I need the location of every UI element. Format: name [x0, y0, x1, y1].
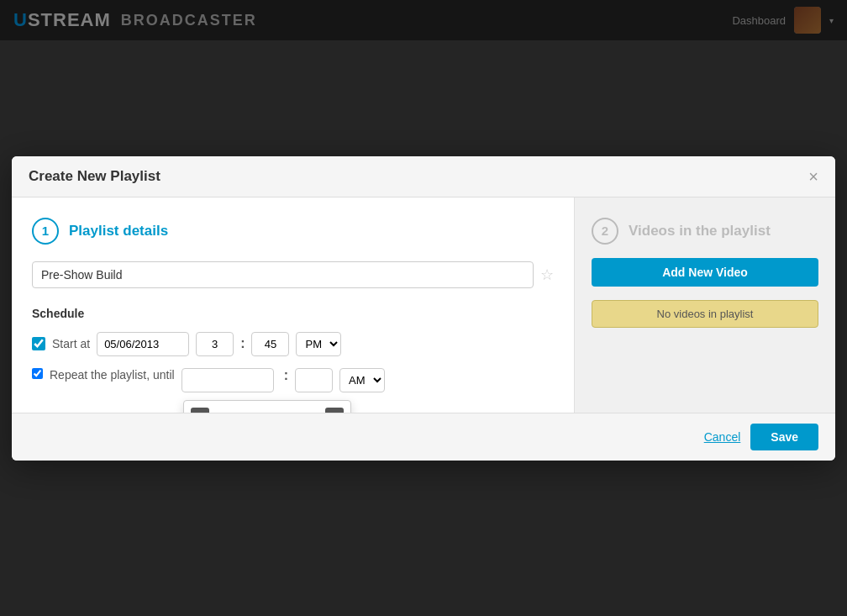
- step2-title: Videos in the playlist: [629, 223, 771, 240]
- step1-circle: 1: [32, 218, 59, 245]
- calendar-popup: ◄ May 2013 ► Su Mo Tu We: [183, 400, 351, 413]
- calendar-next-button[interactable]: ►: [325, 408, 344, 413]
- schedule-label: Schedule: [32, 307, 554, 320]
- cancel-button[interactable]: Cancel: [704, 430, 741, 444]
- playlist-name-input[interactable]: [32, 261, 534, 288]
- repeat-checkbox[interactable]: [32, 368, 43, 379]
- star-icon[interactable]: ☆: [540, 266, 554, 284]
- repeat-minute-input[interactable]: [295, 368, 333, 392]
- modal-footer: Cancel Save: [12, 413, 835, 461]
- step2-circle: 2: [592, 218, 618, 245]
- step1-header: 1 Playlist details: [32, 218, 554, 245]
- time-separator-1: :: [240, 336, 245, 351]
- repeat-label: Repeat the playlist, until: [50, 368, 175, 382]
- start-hour-input[interactable]: [196, 332, 234, 356]
- start-at-row: Start at : AM PM: [32, 332, 554, 356]
- start-at-label: Start at: [52, 337, 90, 350]
- repeat-row: Repeat the playlist, until : AM PM ◄ May…: [32, 368, 554, 392]
- modal-overlay: Create New Playlist × 1 Playlist details…: [0, 0, 847, 616]
- repeat-checkbox-wrap: [32, 368, 43, 379]
- modal-title: Create New Playlist: [29, 168, 160, 185]
- modal-close-button[interactable]: ×: [808, 168, 818, 185]
- start-date-input[interactable]: [97, 332, 189, 356]
- step2-header: 2 Videos in the playlist: [592, 218, 818, 245]
- start-checkbox-wrap: [32, 337, 45, 350]
- left-panel: 1 Playlist details ☆ Schedule Start at: [12, 197, 575, 413]
- save-button[interactable]: Save: [750, 424, 818, 450]
- start-at-checkbox[interactable]: [32, 337, 45, 350]
- playlist-name-row: ☆: [32, 261, 554, 288]
- repeat-date-input[interactable]: [182, 368, 274, 392]
- calendar-prev-button[interactable]: ◄: [191, 408, 209, 413]
- start-ampm-select[interactable]: AM PM: [296, 332, 341, 356]
- repeat-ampm-select[interactable]: AM PM: [339, 368, 385, 392]
- step1-title: Playlist details: [69, 223, 168, 240]
- add-new-video-button[interactable]: Add New Video: [592, 258, 818, 287]
- modal-body: 1 Playlist details ☆ Schedule Start at: [12, 197, 835, 413]
- create-playlist-modal: Create New Playlist × 1 Playlist details…: [12, 156, 835, 461]
- time-separator-2: :: [284, 368, 288, 383]
- calendar-month-label: May 2013: [243, 410, 292, 413]
- no-videos-badge: No videos in playlist: [592, 300, 818, 328]
- calendar-header: ◄ May 2013 ►: [191, 408, 344, 413]
- modal-header: Create New Playlist ×: [12, 156, 835, 197]
- right-panel: 2 Videos in the playlist Add New Video N…: [575, 197, 835, 413]
- start-minute-input[interactable]: [251, 332, 289, 356]
